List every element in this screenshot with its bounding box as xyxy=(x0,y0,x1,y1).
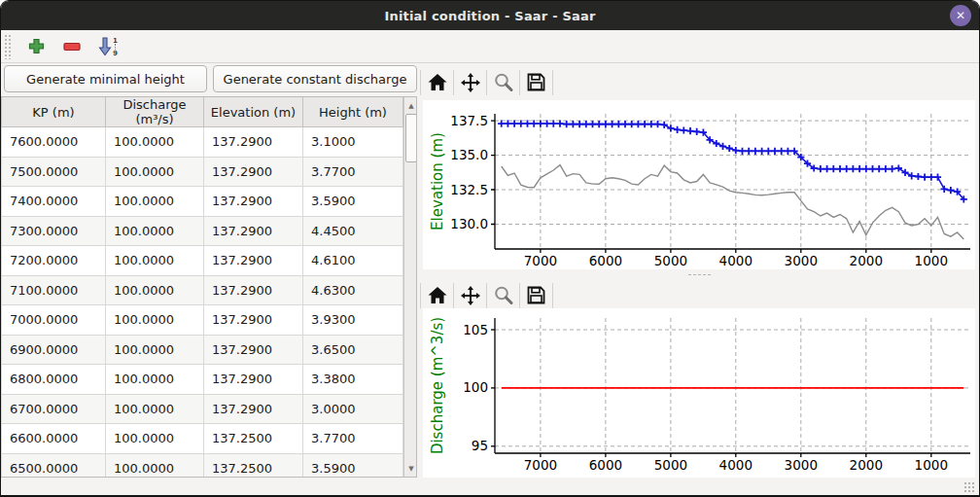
generate-minimal-height-button[interactable]: Generate minimal height xyxy=(4,65,207,92)
table-cell[interactable]: 3.3800 xyxy=(303,365,403,395)
table-cell[interactable]: 137.2900 xyxy=(204,246,303,276)
save-button[interactable] xyxy=(520,282,552,309)
table-cell[interactable]: 100.0000 xyxy=(106,424,204,454)
x-tick-label: 2000 xyxy=(850,253,883,268)
table-cell[interactable]: 100.0000 xyxy=(106,127,204,158)
plots-panel: 7000600050004000300020001000137.5135.013… xyxy=(420,64,979,478)
table-cell[interactable]: 7300.0000 xyxy=(2,216,106,246)
sort-rows-button[interactable]: 1 9 xyxy=(92,33,123,60)
pan-icon xyxy=(460,285,481,306)
scroll-up-arrow-icon[interactable]: ▲ xyxy=(404,98,417,113)
column-header-1[interactable]: Discharge (m³/s) xyxy=(106,97,204,127)
table-cell[interactable]: 137.2900 xyxy=(204,216,303,246)
table-cell[interactable]: 3.9300 xyxy=(303,305,403,336)
magnifier-icon xyxy=(493,285,514,306)
statusbar xyxy=(1,478,979,496)
pan-button[interactable] xyxy=(454,69,486,96)
table-cell[interactable]: 137.2900 xyxy=(204,127,303,158)
window: Initial condition - Saar - Saar ✕ 1 xyxy=(0,0,980,497)
table-cell[interactable]: 7200.0000 xyxy=(2,246,106,276)
table-cell[interactable]: 137.2900 xyxy=(204,305,303,336)
table-row: 7500.0000100.0000137.29003.7700 xyxy=(2,157,403,187)
generate-constant-discharge-button[interactable]: Generate constant discharge xyxy=(213,65,417,92)
resize-grip[interactable] xyxy=(963,481,975,493)
table-cell[interactable]: 137.2900 xyxy=(204,394,303,424)
table-row: 6900.0000100.0000137.29003.6500 xyxy=(2,335,403,365)
table-cell[interactable]: 137.2900 xyxy=(204,187,303,217)
table-cell[interactable]: 6800.0000 xyxy=(2,365,106,395)
close-icon: ✕ xyxy=(956,10,965,21)
table-cell[interactable]: 3.5900 xyxy=(303,453,403,478)
column-header-0[interactable]: KP (m) xyxy=(2,97,106,127)
titlebar[interactable]: Initial condition - Saar - Saar ✕ xyxy=(1,1,979,30)
table-cell[interactable]: 4.6300 xyxy=(303,275,403,305)
water-elevation-series xyxy=(498,121,967,203)
table-cell[interactable]: 137.2900 xyxy=(204,365,303,395)
discharge-plot-canvas[interactable]: 700060005000400030002000100010510095Disc… xyxy=(423,308,975,478)
column-header-2[interactable]: Elevation (m) xyxy=(204,97,303,127)
table-cell[interactable]: 7400.0000 xyxy=(2,187,106,217)
elevation-plot-canvas[interactable]: 7000600050004000300020001000137.5135.013… xyxy=(423,100,975,269)
table-cell[interactable]: 100.0000 xyxy=(106,157,204,187)
table-cell[interactable]: 100.0000 xyxy=(106,365,204,395)
table-row: 6500.0000100.0000137.25003.5900 xyxy=(2,453,403,478)
table-cell[interactable]: 100.0000 xyxy=(106,275,204,305)
table-cell[interactable]: 6600.0000 xyxy=(2,424,106,454)
home-button[interactable] xyxy=(421,282,453,309)
table-cell[interactable]: 100.0000 xyxy=(106,216,204,246)
table-cell[interactable]: 137.2500 xyxy=(204,424,303,454)
table-cell[interactable]: 7000.0000 xyxy=(2,305,106,336)
table-cell[interactable]: 7100.0000 xyxy=(2,275,106,305)
table-cell[interactable]: 100.0000 xyxy=(106,453,204,478)
pan-button[interactable] xyxy=(454,282,486,309)
table-cell[interactable]: 137.2900 xyxy=(204,335,303,365)
zoom-button[interactable] xyxy=(487,69,519,96)
main-toolbar: 1 9 xyxy=(1,30,979,63)
y-tick-label: 137.5 xyxy=(450,113,488,128)
table-cell[interactable]: 3.6500 xyxy=(303,335,403,365)
initial-condition-table: KP (m)Discharge (m³/s)Elevation (m)Heigh… xyxy=(1,96,417,478)
table-cell[interactable]: 7500.0000 xyxy=(2,157,106,187)
table-row: 6800.0000100.0000137.29003.3800 xyxy=(2,365,403,395)
table-cell[interactable]: 6900.0000 xyxy=(2,335,106,365)
close-button[interactable]: ✕ xyxy=(950,5,971,26)
table-cell[interactable]: 100.0000 xyxy=(106,187,204,217)
data-table: KP (m)Discharge (m³/s)Elevation (m)Heigh… xyxy=(1,97,403,478)
table-cell[interactable]: 3.7700 xyxy=(303,424,403,454)
x-tick-label: 1000 xyxy=(915,253,948,268)
y-tick-label: 95 xyxy=(472,438,488,453)
save-button[interactable] xyxy=(520,69,552,96)
table-cell[interactable]: 3.0000 xyxy=(303,394,403,424)
table-cell[interactable]: 100.0000 xyxy=(106,335,204,365)
table-cell[interactable]: 7600.0000 xyxy=(2,127,106,158)
table-cell[interactable]: 3.7700 xyxy=(303,157,403,187)
x-tick-label: 1000 xyxy=(915,457,948,473)
table-cell[interactable]: 4.4500 xyxy=(303,216,403,246)
home-button[interactable] xyxy=(421,69,453,96)
table-cell[interactable]: 100.0000 xyxy=(106,246,204,276)
table-cell[interactable]: 137.2900 xyxy=(204,157,303,187)
table-row: 6700.0000100.0000137.29003.0000 xyxy=(2,394,403,424)
table-cell[interactable]: 100.0000 xyxy=(106,394,204,424)
add-row-button[interactable] xyxy=(20,33,52,60)
window-title: Initial condition - Saar - Saar xyxy=(384,9,595,23)
table-row: 6600.0000100.0000137.25003.7700 xyxy=(2,424,403,454)
x-tick-label: 3000 xyxy=(785,253,818,268)
scrollbar-thumb[interactable] xyxy=(405,114,417,162)
table-cell[interactable]: 6700.0000 xyxy=(2,394,106,424)
table-cell[interactable]: 3.5900 xyxy=(303,187,403,217)
y-tick-label: 100 xyxy=(463,379,488,395)
table-cell[interactable]: 3.1000 xyxy=(303,127,403,158)
table-cell[interactable]: 4.6100 xyxy=(303,246,403,276)
table-scrollbar[interactable]: ▲ ▼ xyxy=(403,97,416,477)
plots-splitter-handle[interactable] xyxy=(420,270,979,279)
scroll-down-arrow-icon[interactable]: ▼ xyxy=(404,461,417,476)
table-cell[interactable]: 6500.0000 xyxy=(2,453,106,478)
table-cell[interactable]: 100.0000 xyxy=(106,305,204,336)
toolbar-grip[interactable] xyxy=(4,34,13,59)
remove-row-button[interactable] xyxy=(56,33,88,60)
column-header-3[interactable]: Height (m) xyxy=(303,97,403,127)
zoom-button[interactable] xyxy=(487,282,519,309)
table-cell[interactable]: 137.2500 xyxy=(204,453,303,478)
table-cell[interactable]: 137.2900 xyxy=(204,275,303,305)
